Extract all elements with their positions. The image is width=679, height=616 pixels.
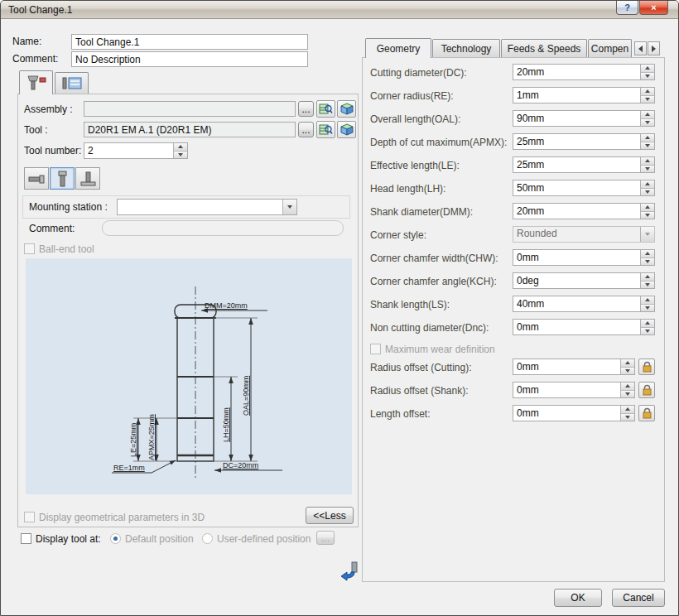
tab-scroll-left-button[interactable]: [634, 41, 647, 55]
spin-down-icon[interactable]: [641, 72, 654, 80]
tool-axis-inverted-button[interactable]: [75, 167, 100, 190]
tool-catalog-cube-button[interactable]: [337, 121, 356, 138]
spin-down-icon[interactable]: [641, 281, 654, 289]
spin-up-icon[interactable]: [641, 111, 654, 118]
spin-up-icon[interactable]: [621, 406, 634, 413]
spin-down-icon[interactable]: [641, 211, 654, 219]
user-position-radio: [202, 533, 213, 544]
spin-down-icon[interactable]: [641, 188, 654, 196]
tab-geometry[interactable]: Geometry: [365, 38, 431, 58]
cutting-diameter-input[interactable]: [513, 65, 640, 79]
spin-up-icon[interactable]: [641, 204, 654, 211]
cutting-diameter-label: Cutting diameter(DC):: [370, 67, 467, 79]
name-input[interactable]: [71, 34, 308, 50]
spin-down-icon[interactable]: [641, 327, 654, 335]
tab-feeds-speeds[interactable]: Feeds & Speeds: [501, 39, 587, 57]
depth-of-cut-spinner: [513, 133, 655, 150]
radius-offset-shank-lock-button[interactable]: [638, 382, 655, 398]
cancel-button[interactable]: Cancel: [612, 589, 665, 607]
tab-scroll-right-button[interactable]: [648, 41, 660, 55]
depth-of-cut-input[interactable]: [513, 134, 640, 149]
head-length-input[interactable]: [513, 180, 640, 195]
length-offset-input[interactable]: [513, 406, 620, 421]
spin-up-icon[interactable]: [641, 157, 654, 165]
tab-compensation-label: Compen: [591, 43, 628, 55]
effective-length-input[interactable]: [513, 157, 640, 172]
tool-number-spin-up-icon[interactable]: [174, 143, 187, 151]
default-position-label: Default position: [125, 533, 194, 545]
spin-down-icon[interactable]: [641, 304, 654, 312]
spin-up-icon[interactable]: [641, 296, 654, 304]
tool-browse-button[interactable]: ...: [298, 122, 314, 137]
tool-catalog-search-button[interactable]: [316, 121, 335, 138]
radius-offset-cutting-input[interactable]: [513, 359, 620, 374]
help-button[interactable]: ?: [616, 1, 638, 15]
spin-down-icon[interactable]: [641, 118, 654, 127]
default-position-radio: [110, 533, 121, 544]
tool-label: Tool :: [24, 124, 48, 136]
chamfer-width-input[interactable]: [513, 250, 640, 265]
mounting-station-combo[interactable]: [117, 199, 297, 215]
spin-up-icon[interactable]: [641, 88, 654, 95]
overall-length-input[interactable]: [513, 111, 640, 126]
lock-icon: [642, 361, 653, 373]
tab-technology[interactable]: Technology: [432, 39, 500, 57]
titlebar[interactable]: Tool Change.1: [1, 1, 678, 19]
radius-offset-shank-input[interactable]: [513, 383, 620, 397]
max-wear-label: Maximum wear definition: [385, 344, 495, 355]
spin-up-icon[interactable]: [641, 65, 654, 72]
comment-input[interactable]: [71, 51, 308, 67]
ok-button[interactable]: OK: [554, 589, 602, 607]
close-button[interactable]: ×: [639, 1, 668, 15]
spin-down-icon[interactable]: [641, 257, 654, 266]
tab-technology-label: Technology: [441, 43, 492, 55]
spin-up-icon[interactable]: [621, 359, 634, 367]
tool-axis-horizontal-button[interactable]: [24, 167, 49, 190]
mounting-station-dropdown-icon[interactable]: [282, 200, 296, 214]
spin-up-icon[interactable]: [621, 383, 634, 390]
assembly-catalog-cube-button[interactable]: [337, 100, 356, 118]
tool-number-input[interactable]: [84, 143, 173, 158]
horizontal-tool-icon: [26, 171, 46, 187]
shank-length-input[interactable]: [513, 296, 640, 311]
display-tool-checkbox[interactable]: [21, 533, 31, 544]
spin-up-icon[interactable]: [641, 180, 654, 188]
spin-down-icon[interactable]: [621, 367, 634, 375]
overall-length-label: Overall length(OAL):: [370, 113, 460, 125]
tab-tool-assembly[interactable]: [19, 70, 53, 94]
tool-number-spin-down-icon[interactable]: [174, 151, 187, 159]
spin-down-icon[interactable]: [621, 390, 634, 398]
vertical-tool-icon: [52, 171, 72, 187]
dim-re-label: RE=1mm: [113, 464, 145, 472]
tool-number-label: Tool number:: [24, 145, 81, 156]
length-offset-lock-button[interactable]: [638, 405, 655, 421]
dim-oal-label: OAL=90mm: [242, 376, 250, 416]
tool-comment-field[interactable]: [102, 220, 344, 236]
chamfer-angle-input[interactable]: [513, 273, 640, 288]
corner-radius-input[interactable]: [513, 88, 640, 103]
spin-up-icon[interactable]: [641, 250, 654, 257]
radius-offset-cutting-lock-button[interactable]: [638, 359, 655, 375]
spin-down-icon[interactable]: [621, 413, 634, 421]
tab-compensation[interactable]: Compen: [588, 39, 632, 57]
spin-down-icon[interactable]: [641, 95, 654, 103]
corner-style-combo: Rounded: [513, 226, 655, 243]
less-button[interactable]: <<Less: [306, 507, 354, 524]
spin-down-icon[interactable]: [641, 142, 654, 150]
apply-tool-button[interactable]: [338, 560, 360, 582]
shank-diameter-input[interactable]: [513, 204, 640, 219]
spin-up-icon[interactable]: [641, 320, 654, 327]
assembly-catalog-search-button[interactable]: [316, 100, 335, 118]
spin-up-icon[interactable]: [641, 134, 654, 142]
depth-of-cut-label: Depth of cut maximum(APMX):: [370, 137, 507, 148]
tool-axis-vertical-button[interactable]: [50, 167, 75, 190]
close-icon: ×: [651, 2, 656, 12]
tool-field: [84, 122, 296, 137]
spin-down-icon[interactable]: [641, 165, 654, 173]
tab-tool-list[interactable]: [55, 72, 89, 94]
non-cutting-diameter-input[interactable]: [513, 320, 640, 334]
assembly-browse-button[interactable]: ...: [298, 101, 314, 117]
apply-tool-icon: [338, 560, 360, 582]
spin-up-icon[interactable]: [641, 273, 654, 281]
dim-dc-label: DC=20mm: [223, 461, 258, 469]
